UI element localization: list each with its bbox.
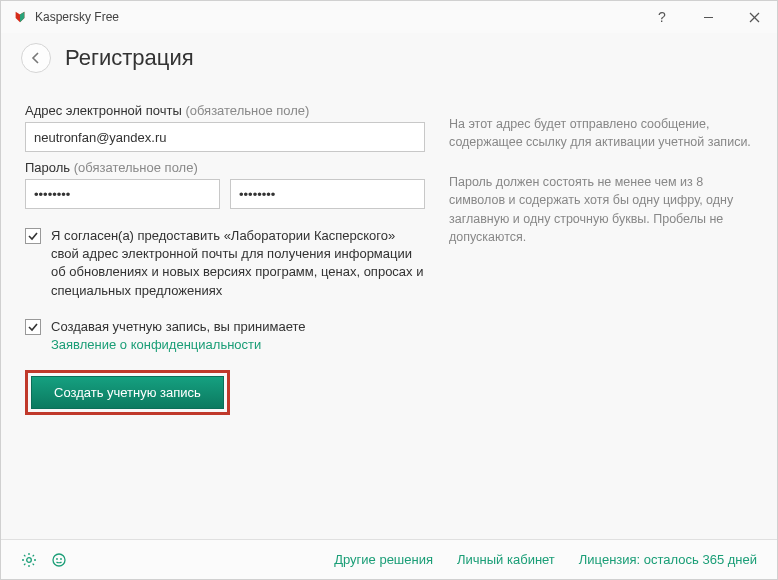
svg-point-4 [53, 554, 65, 566]
support-icon[interactable] [51, 552, 67, 568]
hint-column: На этот адрес будет отправлено сообщение… [449, 95, 753, 539]
page-title: Регистрация [65, 45, 194, 71]
email-label: Адрес электронной почты (обязательное по… [25, 103, 425, 118]
terms-checkbox[interactable] [25, 319, 41, 335]
minimize-button[interactable] [685, 1, 731, 33]
footer-link-solutions[interactable]: Другие решения [334, 552, 433, 567]
terms-text-block: Создавая учетную запись, вы принимаете З… [51, 318, 306, 354]
consent-row: Я согласен(а) предоставить «Лаборатории … [25, 227, 425, 300]
form-column: Адрес электронной почты (обязательное по… [25, 95, 425, 539]
footer-link-license[interactable]: Лицензия: осталось 365 дней [579, 552, 757, 567]
password-label-text: Пароль [25, 160, 70, 175]
privacy-link[interactable]: Заявление о конфиденциальности [51, 337, 261, 352]
back-button[interactable] [21, 43, 51, 73]
terms-text: Создавая учетную запись, вы принимаете [51, 319, 306, 334]
terms-row: Создавая учетную запись, вы принимаете З… [25, 318, 425, 354]
app-logo-icon [13, 10, 27, 24]
footer-link-account[interactable]: Личный кабинет [457, 552, 555, 567]
app-title: Kaspersky Free [35, 10, 119, 24]
app-window: Kaspersky Free ? Регистрация Адрес элект… [0, 0, 778, 580]
password-confirm-input[interactable] [230, 179, 425, 209]
email-input[interactable] [25, 122, 425, 152]
footer: Другие решения Личный кабинет Лицензия: … [1, 539, 777, 579]
email-required-text: (обязательное поле) [185, 103, 309, 118]
password-input[interactable] [25, 179, 220, 209]
svg-point-6 [60, 558, 62, 560]
help-button[interactable]: ? [639, 1, 685, 33]
email-hint: На этот адрес будет отправлено сообщение… [449, 115, 753, 151]
email-label-text: Адрес электронной почты [25, 103, 182, 118]
password-hint: Пароль должен состоять не менее чем из 8… [449, 173, 753, 246]
settings-icon[interactable] [21, 552, 37, 568]
consent-checkbox[interactable] [25, 228, 41, 244]
close-button[interactable] [731, 1, 777, 33]
svg-point-3 [27, 557, 32, 562]
create-account-button[interactable]: Создать учетную запись [31, 376, 224, 409]
password-label: Пароль (обязательное поле) [25, 160, 425, 175]
password-required-text: (обязательное поле) [74, 160, 198, 175]
content: Адрес электронной почты (обязательное по… [1, 87, 777, 539]
submit-highlight: Создать учетную запись [25, 370, 230, 415]
svg-point-5 [56, 558, 58, 560]
page-header: Регистрация [1, 33, 777, 87]
titlebar: Kaspersky Free ? [1, 1, 777, 33]
consent-text: Я согласен(а) предоставить «Лаборатории … [51, 227, 425, 300]
